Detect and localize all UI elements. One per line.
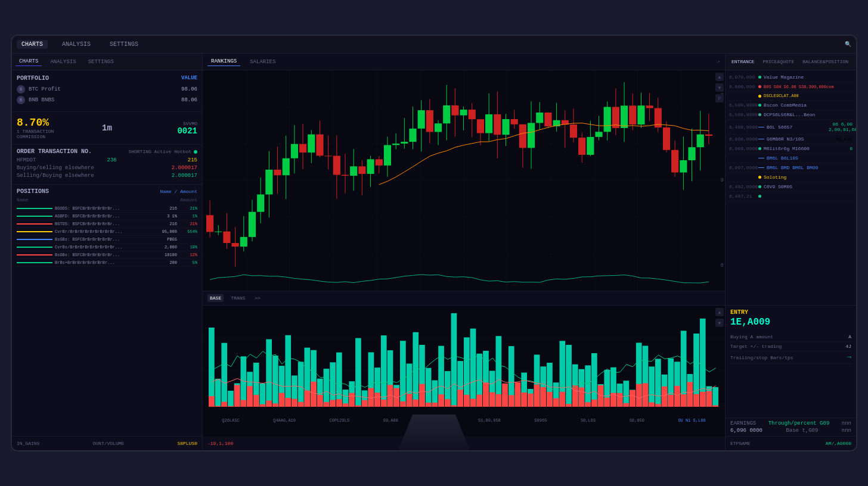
price-label-9: 9 <box>721 177 724 183</box>
status-item-2: OUNT/VOLUME <box>92 441 124 446</box>
form-val-2: 4J <box>845 344 851 349</box>
price-dash-6 <box>758 127 764 127</box>
sub-section-val2: nnn <box>842 428 851 434</box>
chart-expand-icon[interactable]: ↗ <box>717 58 720 65</box>
price-item-13[interactable]: 6,487,21 <box>728 192 854 201</box>
portfolio-row-bnb: B BNB BNBS 88.06 <box>17 96 197 104</box>
position-row-8[interactable]: BrBs+BrBrBrBrBrBrBrBr... 200 5% <box>17 259 197 267</box>
x-label-7: S9965 <box>534 418 547 423</box>
price-item-5[interactable]: 6,508,8800 DCPS6L56R&L...Beon <box>728 110 854 120</box>
status-item-3: S8PLUS0 <box>177 441 197 446</box>
sidebar-nav: CHARTS ANALYSIS SETTINGS <box>12 54 202 70</box>
order-section: ORDER TRANSACTION NO. SHORTING Active Ho… <box>12 145 202 185</box>
price-item-9[interactable]: BM6L B6L10S <box>728 154 854 163</box>
pos-pct-8: 5% <box>179 260 197 265</box>
right-tab-price[interactable]: PRICE&QUOTE <box>760 58 796 66</box>
price-dot-5 <box>758 113 761 116</box>
price-name-6: B6L 56657 <box>767 124 826 130</box>
position-row-7[interactable]: BsGBs: BSFCBrBrBrBrBrBr... 18100 12% <box>17 251 197 259</box>
pos-pct-7: 12% <box>179 253 197 257</box>
pos-val-4: 95,000 <box>153 229 177 234</box>
price-item-4[interactable]: 6,500,8800 Bscon CombMedia <box>728 101 854 110</box>
price-name-10: BM6L BMD BM6L BM00 <box>767 165 852 170</box>
price-item-2[interactable]: 8,800,000 B0S S8H S6.86 S38,300,000com <box>728 82 854 92</box>
price-item-8[interactable]: 6,089,0000 M6lit6r6g M16600 8 <box>728 144 854 154</box>
monitor-stand <box>398 415 470 450</box>
pos-pct-3: 21% <box>179 222 197 226</box>
position-row-3[interactable]: BGTDS: BSFCBrBrBrBrBrBr... 216 21% <box>17 220 197 228</box>
sub-section-val1: nnn <box>842 420 851 426</box>
candlestick-canvas[interactable] <box>203 70 725 291</box>
price-time-8: 6,089,0000 <box>729 146 756 151</box>
pos-pct-4: 554% <box>179 229 197 234</box>
x-label-8: S8,L8S <box>581 418 596 423</box>
right-status-value: AM/,A0000 <box>826 441 851 446</box>
price-dash-10 <box>758 167 764 168</box>
pos-pct-6: 19% <box>179 245 197 250</box>
sidebar-tab-analysis[interactable]: ANALYSIS <box>46 58 79 66</box>
price-name-5: DCPS6L56R&L...Beon <box>764 112 852 117</box>
price-dot-4 <box>758 104 761 107</box>
price-time-6: 6,408,0000 <box>729 124 756 130</box>
time-tab-more[interactable]: >> <box>252 294 263 302</box>
form-label-2: Target +/- trading <box>730 344 782 349</box>
stat-time: 1m <box>102 123 112 133</box>
right-bottom-panel: ENTRY 1E,A009 Buying A amount A Target +… <box>726 305 856 436</box>
time-tab-trans[interactable]: TRANS <box>228 294 247 302</box>
sub-section-label2: Base t,G09 <box>786 428 818 434</box>
price-val-8: 8 <box>829 146 852 151</box>
price-time-7: 6,896,0000 <box>729 136 756 142</box>
order-row-3: Selling/Buying elsewhere 2.000017 <box>17 173 197 179</box>
pos-bar-2 <box>17 216 52 217</box>
search-icon[interactable]: 🔍 <box>845 41 851 48</box>
btc-icon: B <box>17 85 25 94</box>
nav-tab-settings[interactable]: SETTINGS <box>105 40 143 49</box>
position-row-6[interactable]: CvrBs/BrBrBrBrBrBrBrBrBr... 2,000 19% <box>17 244 197 251</box>
chart-scroll-up[interactable]: ▲ <box>715 73 724 81</box>
pos-bar-1 <box>17 208 52 209</box>
sidebar-tab-settings[interactable]: SETTINGS <box>85 58 117 66</box>
position-row-4[interactable]: CvrBr/BrBrBrBrBrBrBrBrBr... 95,000 554% <box>17 228 197 236</box>
order-row-buy: HFMDOT 236 215 <box>17 157 197 163</box>
stat-percent: 8.70% <box>17 117 97 129</box>
sub-section-big: 6,096 0000 <box>730 428 762 434</box>
chart-scroll-3[interactable]: P <box>715 94 724 102</box>
right-status-label: ETPGAME <box>730 441 751 446</box>
chart-scroll-down[interactable]: ▼ <box>715 83 724 92</box>
position-row-5[interactable]: BsGBs: BSFCBrBrBrBrBrBr... PBGS <box>17 236 197 244</box>
center-chart-area: RANKINGS SALARIES ↗ 8 9 8 ▲ ▼ <box>203 54 725 450</box>
vol-scroll-down[interactable]: ▼ <box>715 319 724 327</box>
x-label-9: S8,850 <box>630 418 644 423</box>
position-row-2[interactable]: AGBFD: BSFCBrBrBrBrBrBr... 3 1% 1% <box>17 213 197 220</box>
position-row-1[interactable]: BGODS: BSFCBrBrBrBrBrBr... 216 21% <box>17 205 197 213</box>
right-tab-entrance[interactable]: ENTRANCE <box>729 58 757 66</box>
price-list[interactable]: 6,970,000 Value Magazine 8,800,000 B0S S… <box>726 70 856 305</box>
pos-val-6: 2,000 <box>153 245 177 250</box>
dot-indicator: Name / Amount <box>160 189 197 194</box>
pos-name-2: AGBFD: BSFCBrBrBrBrBrBr... <box>55 214 151 219</box>
price-item-3[interactable]: DSCLE9CLAT.A80 <box>728 92 854 101</box>
price-item-11[interactable]: Soloting <box>728 173 854 182</box>
price-item-6[interactable]: 6,408,0000 B6L 56657 86 6,00 2,00,81,600… <box>728 120 854 135</box>
price-name-4: Bscon CombMedia <box>764 102 852 108</box>
x-label-3: C0PL29LS <box>330 418 350 423</box>
nav-tab-charts[interactable]: CHARTS <box>17 40 48 49</box>
price-dot-2 <box>758 85 761 88</box>
x-label-6: S1,89,858 <box>478 418 501 423</box>
chart-tab-salaries[interactable]: SALARIES <box>246 58 279 66</box>
right-tab-balance[interactable]: BALANCE&POSITION <box>800 58 851 66</box>
price-item-12[interactable]: 6,482,0000 C6V9 S0M0S <box>728 182 854 192</box>
time-tab-base[interactable]: BASE <box>207 294 224 302</box>
price-name-8: M6lit6r6g M16600 <box>764 146 826 151</box>
chart-tab-rankings[interactable]: RANKINGS <box>207 57 240 66</box>
price-item-10[interactable]: 6,097,0000 BM6L BMD BM6L BM00 <box>728 163 854 173</box>
stat-commission: COMMISSION <box>17 134 97 139</box>
price-item-7[interactable]: 6,896,0000 G6MB6R N3/10S 96,600 <box>728 135 854 144</box>
vol-scroll-up[interactable]: ▲ <box>715 308 724 316</box>
price-item-1[interactable]: 6,970,000 Value Magazine <box>728 73 854 82</box>
right-status-bar: ETPGAME AM/,A0000 <box>726 436 856 450</box>
pos-name-5: BsGBs: BSFCBrBrBrBrBrBr... <box>55 237 151 242</box>
price-dot-1 <box>758 76 761 79</box>
sidebar-tab-charts[interactable]: CHARTS <box>16 57 42 66</box>
nav-tab-analysis[interactable]: ANALYSIS <box>57 40 95 49</box>
